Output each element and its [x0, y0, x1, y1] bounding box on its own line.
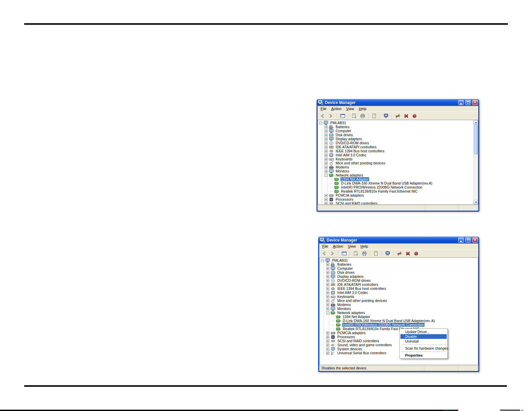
expand-box[interactable]: + — [326, 283, 329, 286]
tree-item[interactable]: +Computer — [321, 266, 478, 270]
menu-item-action[interactable]: Action — [329, 106, 344, 111]
scan-hardware-changes-button[interactable] — [413, 250, 420, 257]
expand-box[interactable]: + — [325, 202, 328, 205]
forward-button[interactable] — [329, 250, 336, 257]
tree-item[interactable]: -Network adapters — [321, 311, 478, 315]
expand-box[interactable]: + — [325, 162, 328, 165]
help-button[interactable]: ? — [372, 250, 380, 257]
tree-item[interactable]: +IDE ATA/ATAPI controllers — [321, 282, 478, 287]
tree-item[interactable]: +PCMCIA adapters — [319, 193, 478, 197]
title-bar[interactable]: Device Manager × — [317, 99, 479, 106]
expand-box[interactable]: + — [325, 134, 328, 137]
expand-box[interactable]: + — [326, 295, 329, 298]
tree-item[interactable]: +IDE ATA/ATAPI controllers — [319, 145, 478, 149]
expand-box[interactable]: + — [325, 138, 328, 141]
tree-item[interactable]: +Display adapters — [321, 274, 478, 278]
properties-button[interactable] — [350, 112, 358, 120]
context-menu-item-properties[interactable]: Properties — [400, 353, 447, 358]
expand-box[interactable]: + — [325, 130, 328, 133]
back-button[interactable] — [320, 250, 328, 257]
tree-item[interactable]: +Keyboards — [321, 295, 478, 299]
close-button[interactable]: × — [472, 100, 478, 105]
menu-item-view[interactable]: View — [344, 106, 356, 111]
expand-box[interactable]: + — [326, 348, 329, 351]
context-menu-item-disable[interactable]: Disable — [400, 334, 447, 339]
forward-button[interactable] — [327, 112, 335, 120]
expand-box[interactable]: + — [325, 154, 328, 157]
vertical-scrollbar[interactable] — [473, 120, 478, 204]
scrollbar-thumb[interactable] — [474, 125, 478, 154]
tree-item[interactable]: +Batteries — [321, 262, 478, 266]
scan-hardware-changes-button[interactable] — [411, 112, 419, 120]
context-menu-item-uninstall[interactable]: Uninstall — [400, 339, 447, 344]
disable-device-button[interactable] — [396, 250, 403, 257]
context-menu-item-scan-for-hardware-changes[interactable]: Scan for hardware changes — [400, 346, 447, 351]
context-menu-item-update-driver[interactable]: Update Driver... — [400, 329, 447, 334]
expand-box[interactable]: + — [326, 303, 329, 306]
print-button[interactable] — [360, 250, 368, 257]
tree-item[interactable]: Realtek RTL8139/810x Family Fast Etherne… — [319, 189, 478, 193]
tree-item[interactable]: +Monitors — [319, 169, 478, 173]
expand-box[interactable]: + — [326, 352, 329, 355]
expand-box[interactable]: + — [326, 267, 329, 270]
tree-item[interactable]: D-Link DWA-160 Xtreme N Dual Band USB Ad… — [319, 181, 478, 185]
tree-item[interactable]: +DVD/CD-ROM drives — [321, 278, 478, 282]
expand-box[interactable]: + — [325, 142, 328, 145]
scrollbar-up-button[interactable] — [474, 120, 478, 124]
uninstall-device-button[interactable] — [402, 112, 410, 120]
print-button[interactable] — [359, 112, 367, 120]
menu-item-help[interactable]: Help — [358, 244, 371, 249]
expand-box[interactable]: + — [326, 299, 329, 302]
expand-box[interactable]: + — [326, 271, 329, 274]
close-button[interactable]: × — [472, 238, 478, 243]
tree-item[interactable]: -Network adapters — [319, 173, 478, 177]
tree-item[interactable]: -PMLAB31 — [321, 258, 478, 262]
menu-item-view[interactable]: View — [345, 244, 358, 249]
expand-box[interactable]: + — [326, 307, 329, 310]
tree-item[interactable]: +SCSI and RAID controllers — [319, 201, 478, 205]
tree-item[interactable]: +DVD/CD-ROM drives — [319, 141, 478, 145]
tree-item[interactable]: +Display adapters — [319, 137, 478, 141]
expand-box[interactable]: + — [325, 150, 328, 153]
tree-item[interactable]: +IEEE 1394 Bus host controllers — [319, 149, 478, 153]
collapse-box[interactable]: - — [321, 259, 324, 262]
maximize-button[interactable] — [465, 238, 471, 243]
expand-box[interactable]: + — [325, 170, 328, 173]
update-driver-button[interactable] — [382, 112, 390, 120]
menu-item-action[interactable]: Action — [331, 244, 346, 249]
tree-item[interactable]: +Intel AIM 3.0 Codec — [319, 153, 478, 157]
tree-item[interactable]: +Modems — [319, 165, 478, 169]
menu-item-file[interactable]: File — [318, 106, 329, 111]
collapse-box[interactable]: - — [319, 121, 322, 124]
tree-item[interactable]: Intel(R) PRO/Wireless 2200BG Network Con… — [321, 323, 478, 327]
expand-box[interactable]: + — [325, 166, 328, 169]
collapse-box[interactable]: - — [326, 311, 329, 314]
minimize-button[interactable] — [458, 238, 464, 243]
expand-box[interactable]: + — [326, 279, 329, 282]
uninstall-device-button[interactable] — [404, 250, 412, 257]
disable-device-button[interactable] — [394, 112, 402, 120]
tree-item[interactable]: +Processors — [319, 197, 478, 201]
expand-box[interactable]: + — [326, 340, 329, 343]
tree-item[interactable]: +Intel AIM 3.0 Codec — [321, 291, 478, 295]
tree-item[interactable]: Intel(R) PRO/Wireless 2200BG Network Con… — [319, 185, 478, 189]
expand-box[interactable]: + — [326, 331, 329, 335]
tree-item[interactable]: 1394 Net Adapter — [319, 177, 478, 181]
expand-box[interactable]: + — [325, 194, 328, 197]
tree-item[interactable]: -PMLAB31 — [319, 121, 478, 125]
tree-item[interactable]: +Disk drives — [321, 270, 478, 274]
tree-item[interactable]: +Disk drives — [319, 133, 478, 137]
expand-box[interactable]: + — [325, 146, 328, 149]
tree-item[interactable]: +Computer — [319, 129, 478, 133]
collapse-box[interactable]: - — [325, 174, 328, 177]
tree-item[interactable]: +Modems — [321, 303, 478, 307]
minimize-button[interactable] — [458, 100, 464, 105]
tree-item[interactable]: +Mice and other pointing devices — [319, 161, 478, 165]
tree-item[interactable]: +IEEE 1394 Bus host controllers — [321, 287, 478, 291]
tree-item[interactable]: +Keyboards — [319, 157, 478, 161]
back-button[interactable] — [319, 112, 326, 120]
expand-box[interactable]: + — [325, 125, 328, 129]
expand-box[interactable]: + — [326, 287, 329, 290]
expand-box[interactable]: + — [326, 336, 329, 339]
menu-item-file[interactable]: File — [320, 244, 331, 249]
